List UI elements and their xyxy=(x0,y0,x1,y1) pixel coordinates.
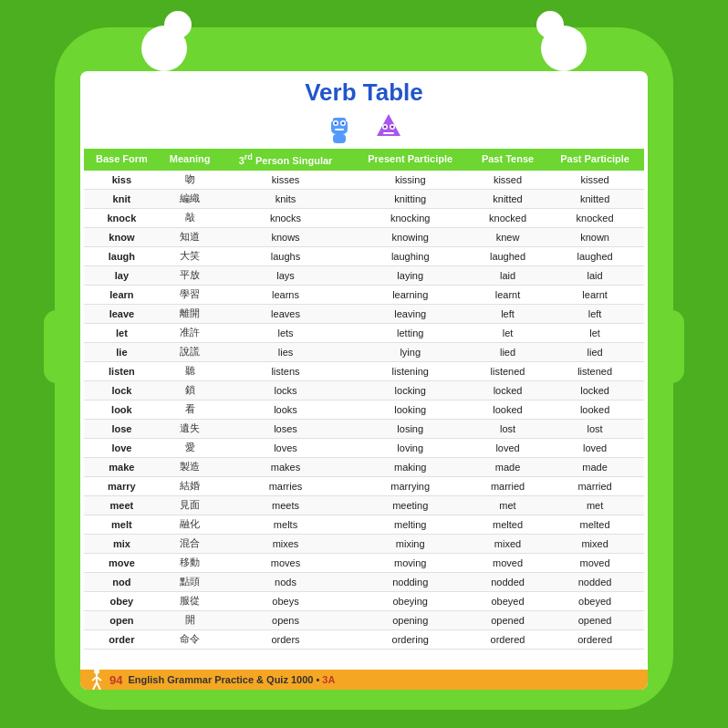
cell-2-1: 敲 xyxy=(160,208,221,227)
cell-17-2: meets xyxy=(220,495,350,515)
cell-17-0: meet xyxy=(84,495,160,515)
table-row: open開opensopeningopenedopened xyxy=(84,610,644,629)
cell-19-0: mix xyxy=(84,534,160,553)
cell-10-2: listens xyxy=(220,361,350,380)
cell-4-5: laughed xyxy=(546,246,644,265)
cell-1-2: knits xyxy=(220,189,350,208)
table-row: lay平放layslayinglaidlaid xyxy=(84,265,644,285)
cell-16-0: marry xyxy=(84,476,160,495)
cell-2-2: knocks xyxy=(220,208,350,227)
cell-18-2: melts xyxy=(220,515,350,534)
svg-point-3 xyxy=(335,122,338,125)
table-row: make製造makesmakingmademade xyxy=(84,457,644,476)
cell-13-0: lose xyxy=(84,419,160,438)
svg-point-6 xyxy=(328,117,333,122)
cell-24-2: orders xyxy=(220,629,350,649)
cell-15-4: made xyxy=(470,457,546,476)
cell-22-0: obey xyxy=(84,591,160,610)
cell-21-4: nodded xyxy=(470,572,546,591)
cell-7-0: leave xyxy=(84,304,160,323)
cell-9-4: lied xyxy=(470,342,546,361)
cell-21-1: 點頭 xyxy=(160,572,221,591)
cell-7-5: left xyxy=(546,304,644,323)
cell-20-2: moves xyxy=(220,553,350,572)
robot-ear-right xyxy=(659,310,684,383)
table-row: meet見面meetsmeetingmetmet xyxy=(84,495,644,515)
cell-23-2: opens xyxy=(220,610,350,629)
cell-15-2: makes xyxy=(220,457,350,476)
cell-8-4: let xyxy=(470,323,546,342)
table-row: lie說謊lieslyingliedlied xyxy=(84,342,644,361)
mascot-blue xyxy=(324,110,355,147)
cell-24-5: ordered xyxy=(546,629,644,649)
cell-7-2: leaves xyxy=(220,304,350,323)
cell-24-4: ordered xyxy=(470,629,546,649)
table-row: laugh大笑laughslaughinglaughedlaughed xyxy=(84,246,644,265)
cell-8-1: 准許 xyxy=(160,323,221,342)
cell-6-2: learns xyxy=(220,285,350,304)
cell-19-1: 混合 xyxy=(160,534,221,553)
cell-5-1: 平放 xyxy=(160,265,221,285)
table-row: melt融化meltsmeltingmeltedmelted xyxy=(84,515,644,534)
cell-16-5: married xyxy=(546,476,644,495)
cell-23-5: opened xyxy=(546,610,644,629)
cell-3-4: knew xyxy=(470,227,546,246)
svg-line-17 xyxy=(93,682,97,690)
cell-5-5: laid xyxy=(546,265,644,285)
cell-18-3: melting xyxy=(351,515,470,534)
cell-13-3: losing xyxy=(351,419,470,438)
cell-20-0: move xyxy=(84,553,160,572)
table-row: move移動movesmovingmovedmoved xyxy=(84,553,644,572)
cell-5-4: laid xyxy=(470,265,546,285)
cell-8-5: let xyxy=(546,323,644,342)
table-row: lock鎖lockslockinglockedlocked xyxy=(84,380,644,400)
cell-22-2: obeys xyxy=(220,591,350,610)
cell-2-5: knocked xyxy=(546,208,644,227)
cell-12-3: looking xyxy=(351,400,470,419)
header-3rd-person: 3rd Person Singular xyxy=(220,149,350,171)
cell-20-1: 移動 xyxy=(160,553,221,572)
header-meaning: Meaning xyxy=(160,149,221,171)
cell-10-1: 聽 xyxy=(160,361,221,380)
cell-5-3: laying xyxy=(351,265,470,285)
cell-14-5: loved xyxy=(546,438,644,457)
cell-3-2: knows xyxy=(220,227,350,246)
cell-22-1: 服從 xyxy=(160,591,221,610)
table-row: knock敲knocksknockingknockedknocked xyxy=(84,208,644,227)
cell-17-1: 見面 xyxy=(160,495,221,515)
cell-11-2: locks xyxy=(220,380,350,400)
cell-10-5: listened xyxy=(546,361,644,380)
table-row: know知道knowsknowingknewknown xyxy=(84,227,644,246)
cell-22-4: obeyed xyxy=(470,591,546,610)
cell-19-4: mixed xyxy=(470,534,546,553)
header-present-participle: Present Participle xyxy=(351,149,470,171)
page-title: Verb Table xyxy=(80,71,648,110)
cell-1-3: knitting xyxy=(351,189,470,208)
cell-6-4: learnt xyxy=(470,285,546,304)
cell-5-2: lays xyxy=(220,265,350,285)
cell-23-3: opening xyxy=(351,610,470,629)
cell-21-3: nodding xyxy=(351,572,470,591)
cell-11-1: 鎖 xyxy=(160,380,221,400)
cell-18-0: melt xyxy=(84,515,160,534)
svg-rect-0 xyxy=(331,118,348,134)
cell-11-4: locked xyxy=(470,380,546,400)
cell-21-0: nod xyxy=(84,572,160,591)
cell-18-1: 融化 xyxy=(160,515,221,534)
cell-9-5: lied xyxy=(546,342,644,361)
bottom-bar: 94 English Grammar Practice & Quiz 1000 … xyxy=(80,670,648,690)
cell-20-5: moved xyxy=(546,553,644,572)
table-row: mix混合mixesmixingmixedmixed xyxy=(84,534,644,553)
cell-23-0: open xyxy=(84,610,160,629)
cell-6-3: learning xyxy=(351,285,470,304)
cell-19-3: mixing xyxy=(351,534,470,553)
svg-point-12 xyxy=(384,126,387,129)
book-title: English Grammar Practice & Quiz 1000 • xyxy=(128,674,319,685)
cell-12-1: 看 xyxy=(160,400,221,419)
cell-1-1: 編織 xyxy=(160,189,221,208)
header-past-tense: Past Tense xyxy=(470,149,546,171)
cell-6-0: learn xyxy=(84,285,160,304)
svg-rect-14 xyxy=(383,132,394,134)
cell-16-3: marrying xyxy=(351,476,470,495)
cell-4-3: laughing xyxy=(351,246,470,265)
